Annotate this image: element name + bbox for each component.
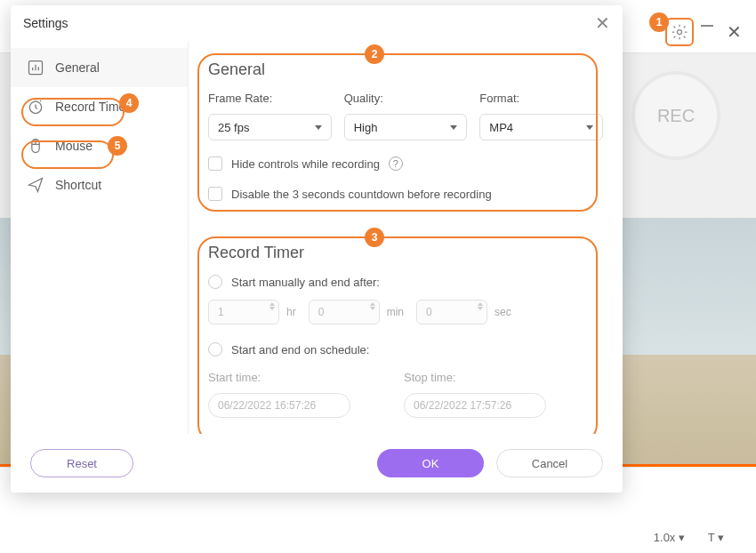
annotation-badge-2: 2 (365, 44, 384, 64)
ok-button[interactable]: OK (377, 449, 484, 477)
quality-label: Quality: (344, 92, 468, 105)
start-time-label: Start time: (208, 371, 350, 384)
svg-point-0 (678, 30, 682, 35)
annotation-badge-4: 4 (119, 93, 139, 113)
record-button[interactable]: REC (631, 71, 720, 160)
disable-countdown-label: Disable the 3 seconds countdown before r… (231, 188, 492, 201)
sidebar-item-mouse[interactable]: Mouse (11, 126, 188, 165)
minutes-spinner[interactable]: 0 (309, 300, 380, 325)
help-icon[interactable]: ? (389, 156, 403, 171)
seconds-spinner[interactable]: 0 (416, 300, 487, 325)
zoom-label[interactable]: 1.0x ▾ (654, 531, 685, 544)
bg-settings-button-highlight[interactable] (665, 18, 694, 46)
minutes-unit: min (387, 306, 404, 318)
sidebar-item-general[interactable]: General (11, 48, 188, 87)
quality-select[interactable]: High (344, 114, 468, 140)
dialog-title: Settings (23, 16, 68, 30)
sidebar-item-label: Shortcut (55, 178, 101, 192)
send-icon (27, 176, 44, 194)
sidebar: General Record Timer Mouse Shortcut 4 5 (11, 41, 189, 434)
settings-dialog: Settings ✕ General Record Timer Mouse Sh… (11, 5, 623, 493)
close-icon[interactable]: ✕ (595, 12, 610, 34)
stopwatch-icon (27, 98, 44, 116)
stop-time-input[interactable]: 06/22/2022 17:57:26 (404, 393, 546, 418)
sidebar-item-record-timer[interactable]: Record Timer (11, 87, 188, 126)
format-select[interactable]: MP4 (479, 114, 603, 140)
mouse-icon (27, 137, 44, 155)
cancel-button[interactable]: Cancel (496, 449, 603, 477)
minimize-icon[interactable] (701, 25, 713, 27)
frame-rate-label: Frame Rate: (208, 92, 332, 105)
annotation-badge-3: 3 (365, 228, 384, 247)
start-time-input[interactable]: 06/22/2022 16:57:26 (208, 393, 350, 418)
sidebar-item-shortcut[interactable]: Shortcut (11, 165, 188, 204)
section-title-record-timer: Record Timer (208, 244, 603, 262)
gear-icon (671, 23, 688, 41)
schedule-radio[interactable] (208, 342, 222, 357)
text-tool-icon[interactable]: T ▾ (708, 531, 724, 544)
hide-controls-label: Hide controls while recording (231, 157, 380, 171)
hours-spinner[interactable]: 1 (208, 300, 279, 325)
bar-chart-icon (27, 59, 44, 76)
close-icon[interactable]: ✕ (727, 21, 742, 43)
sidebar-item-label: Mouse (55, 139, 92, 153)
dialog-header: Settings ✕ (11, 5, 623, 41)
dialog-footer: Reset OK Cancel (11, 434, 623, 493)
schedule-label: Start and end on schedule: (231, 343, 369, 357)
settings-content[interactable]: 2 General Frame Rate: 25 fps Quality: Hi… (189, 41, 623, 434)
sidebar-item-label: General (55, 60, 100, 75)
stop-time-label: Stop time: (404, 371, 546, 384)
manual-end-label: Start manually and end after: (231, 276, 380, 289)
manual-end-radio[interactable] (208, 275, 222, 289)
annotation-badge-5: 5 (108, 136, 127, 156)
hide-controls-checkbox[interactable] (208, 156, 222, 171)
section-title-general: General (208, 60, 603, 79)
seconds-unit: sec (495, 306, 511, 318)
hours-unit: hr (286, 306, 296, 318)
annotation-badge-1: 1 (649, 12, 669, 32)
reset-button[interactable]: Reset (30, 449, 133, 477)
disable-countdown-checkbox[interactable] (208, 187, 222, 201)
format-label: Format: (479, 92, 603, 105)
frame-rate-select[interactable]: 25 fps (208, 114, 332, 140)
